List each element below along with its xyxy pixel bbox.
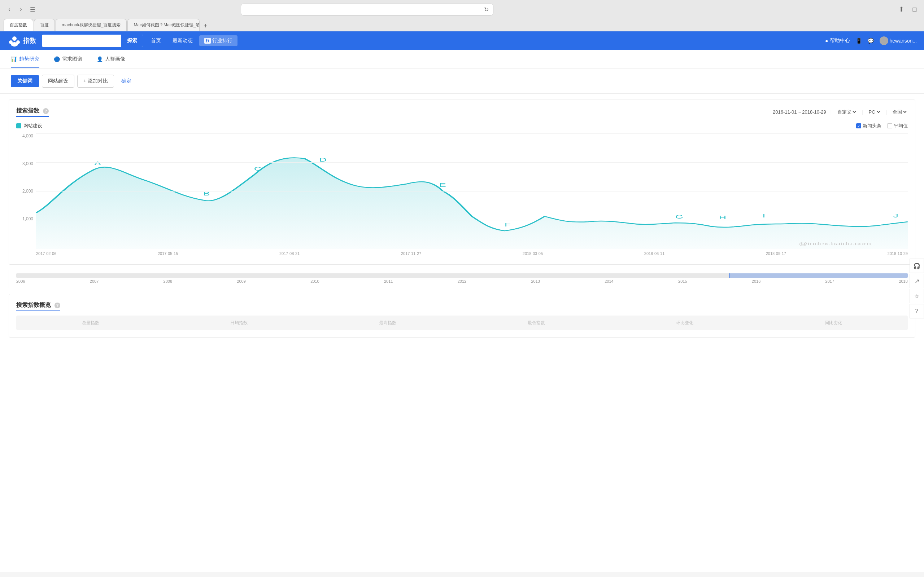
wechat-icon[interactable]: 💬 <box>868 38 874 44</box>
browser-actions: ⬆ □ <box>897 4 920 15</box>
x-axis-labels: 2017-02-06 2017-05-15 2017-08-21 2017-11… <box>36 250 908 257</box>
subnav-demand[interactable]: 🔵 需求图谱 <box>54 51 82 68</box>
subnav-demand-label: 需求图谱 <box>62 56 82 62</box>
legend-row: 网站建设 ✓ 新闻头条 平均值 <box>16 122 908 129</box>
separator-3: | <box>886 109 887 115</box>
ov-col-4: 最低指数 <box>528 320 545 326</box>
tab-3[interactable]: Mac如何截图？Mac截图快捷键_笔记本电脑_百度... <box>128 19 200 31</box>
chart-header: 搜索指数 ? 2016-11-01 ~ 2018-10-29 | 自定义 | P… <box>16 107 908 117</box>
ov-col-3: 最高指数 <box>379 320 396 326</box>
sidebar-help[interactable]: ? <box>909 304 924 318</box>
legend-color-box <box>16 123 21 128</box>
add-tab-button[interactable]: + <box>200 21 210 31</box>
chart-help-icon[interactable]: ? <box>43 108 49 114</box>
subnav-trend-label: 趋势研究 <box>19 56 39 62</box>
username: hewanson... <box>890 38 917 44</box>
sidebar-headset[interactable]: 🎧 <box>909 259 924 273</box>
x-label-6: 2018-09-17 <box>766 251 786 256</box>
custom-select[interactable]: 自定义 <box>836 109 857 115</box>
overview-title: 搜索指数概览 ? <box>16 301 60 311</box>
tab-2[interactable]: macbook截屏快捷键_百度搜索 <box>56 19 127 31</box>
checkbox-news[interactable]: ✓ 新闻头条 <box>856 122 881 129</box>
keyword-button[interactable]: 关键词 <box>11 75 39 87</box>
user-menu[interactable]: hewanson... <box>880 36 917 45</box>
overview-content: 总量指数 日均指数 最高指数 最低指数 环比变化 同比变化 <box>16 316 908 330</box>
mobile-icon[interactable]: 📱 <box>856 38 862 44</box>
device-select[interactable]: PC <box>867 109 881 115</box>
nav-right: ● 帮助中心 📱 💬 hewanson... <box>825 36 917 45</box>
app-container: 指数 网站建设 探索 首页 最新动态 行 行业排行 ● 帮助中心 📱 💬 <box>0 31 924 572</box>
x-label-0: 2017-02-06 <box>36 251 56 256</box>
help-center[interactable]: ● 帮助中心 <box>825 37 850 44</box>
tl-2013: 2013 <box>531 279 540 284</box>
timeline-labels: 2006 2007 2008 2009 2010 2011 2012 2013 … <box>16 279 908 284</box>
y-label-4000: 4,000 <box>23 134 33 139</box>
people-icon: 👤 <box>97 56 103 62</box>
legend-checkboxes: ✓ 新闻头条 平均值 <box>856 122 908 129</box>
sidebar-star[interactable]: ☆ <box>909 289 924 303</box>
grid-lines <box>36 134 908 249</box>
tab-label-1: 百度 <box>40 22 49 28</box>
browser-toolbar: ‹ › ☰ index.baidu.com ↻ ⬆ □ <box>0 0 924 19</box>
search-button[interactable]: 探索 <box>121 35 143 47</box>
baidu-logo-icon <box>7 34 22 48</box>
legend-keyword: 网站建设 <box>16 122 42 129</box>
chart-plot: A B C D E F G H I J @index.baidu.com <box>36 134 908 257</box>
x-label-4: 2018-03-05 <box>523 251 543 256</box>
y-label-3000: 3,000 <box>23 161 33 166</box>
url-input[interactable]: index.baidu.com <box>246 7 481 12</box>
checkbox-news-box: ✓ <box>856 123 861 128</box>
tl-2008: 2008 <box>163 279 172 284</box>
nav-industry[interactable]: 行 行业排行 <box>199 35 237 46</box>
tab-1[interactable]: 百度 <box>34 19 55 31</box>
keyword-tag[interactable]: 网站建设 <box>42 75 74 88</box>
timeline-section: 2006 2007 2008 2009 2010 2011 2012 2013 … <box>9 271 915 288</box>
logo[interactable]: 指数 <box>7 34 36 48</box>
svg-point-0 <box>12 36 16 41</box>
new-tab-button[interactable]: □ <box>909 4 920 15</box>
tl-2015: 2015 <box>678 279 687 284</box>
forward-button[interactable]: › <box>16 4 26 15</box>
x-label-3: 2017-11-27 <box>401 251 421 256</box>
confirm-button[interactable]: 确定 <box>117 75 136 87</box>
x-label-1: 2017-05-15 <box>158 251 178 256</box>
tl-2012: 2012 <box>458 279 466 284</box>
overview-section: 搜索指数概览 ? 总量指数 日均指数 最高指数 最低指数 环比变化 同比变化 <box>9 294 915 338</box>
ov-col-5: 环比变化 <box>676 320 693 326</box>
share-button[interactable]: ⬆ <box>897 4 907 15</box>
refresh-button[interactable]: ↻ <box>484 6 489 13</box>
checkbox-avg-box <box>887 123 892 128</box>
nav-latest[interactable]: 最新动态 <box>168 35 198 46</box>
sidebar-toggle-button[interactable]: ☰ <box>27 4 37 15</box>
subnav-people[interactable]: 👤 人群画像 <box>97 51 125 68</box>
sidebar-share[interactable]: ↗ <box>909 274 924 288</box>
tl-2017: 2017 <box>825 279 834 284</box>
main-nav: 指数 网站建设 探索 首页 最新动态 行 行业排行 ● 帮助中心 📱 💬 <box>0 31 924 50</box>
add-compare-button[interactable]: + 添加对比 <box>77 75 114 88</box>
main-search-input[interactable]: 网站建设 <box>42 35 121 47</box>
help-icon: ● <box>825 38 828 44</box>
x-label-2: 2017-08-21 <box>279 251 300 256</box>
timeline-bar[interactable] <box>16 273 908 278</box>
sub-nav: 📊 趋势研究 🔵 需求图谱 👤 人群画像 <box>0 50 924 69</box>
svg-point-3 <box>11 42 18 47</box>
right-sidebar: 🎧 ↗ ☆ ? <box>909 259 924 318</box>
subnav-trend[interactable]: 📊 趋势研究 <box>11 51 39 68</box>
back-button[interactable]: ‹ <box>4 4 15 15</box>
tab-label-2: macbook截屏快捷键_百度搜索 <box>62 22 121 28</box>
region-select[interactable]: 全国 <box>891 109 908 115</box>
overview-help-icon[interactable]: ? <box>55 303 60 308</box>
tab-label-0: 百度指数 <box>10 22 27 28</box>
y-axis: 4,000 3,000 2,000 1,000 0 <box>16 134 36 257</box>
separator-2: | <box>861 109 863 115</box>
industry-badge: 行 <box>204 38 211 44</box>
demand-icon: 🔵 <box>54 56 60 62</box>
chart-section: 搜索指数 ? 2016-11-01 ~ 2018-10-29 | 自定义 | P… <box>9 100 915 265</box>
timeline-selection[interactable] <box>729 273 908 278</box>
checkbox-avg[interactable]: 平均值 <box>887 122 908 129</box>
search-box: 网站建设 探索 <box>42 35 143 47</box>
tl-2009: 2009 <box>237 279 246 284</box>
tab-0[interactable]: 百度指数 <box>3 19 33 31</box>
subnav-people-label: 人群画像 <box>105 56 125 62</box>
nav-home[interactable]: 首页 <box>146 35 166 46</box>
